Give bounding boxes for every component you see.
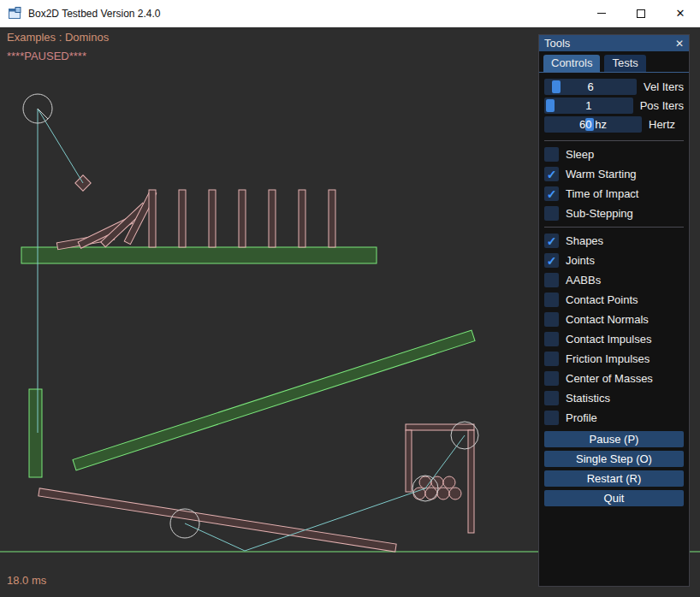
checkbox-warm-starting[interactable]: ✓ Warm Starting [544,166,684,182]
checkbox-box[interactable] [544,391,559,405]
window-titlebar: Box2D Testbed Version 2.4.0 ✕ [0,0,700,27]
maximize-button[interactable] [621,0,661,27]
tools-panel: Tools ✕ Controls Tests 6 Vel Iters [538,34,690,587]
checkbox-box[interactable] [544,293,559,307]
checkbox-box[interactable] [544,371,559,386]
checkbox-box[interactable] [544,273,559,287]
checkbox-box[interactable] [544,411,559,425]
checkbox-box[interactable] [544,332,559,346]
minimize-icon [597,13,606,14]
marble[interactable] [449,488,461,499]
app-icon [8,7,21,21]
vel-iters-label: Vel Iters [644,80,684,93]
pos-iters-label: Pos Iters [640,99,684,112]
checkbox-box[interactable]: ✓ [544,186,559,201]
panel-close-icon[interactable]: ✕ [675,38,684,50]
pos-iters-slider[interactable]: 1 [544,98,633,114]
bottom-plank[interactable] [39,488,396,552]
pos-iters-row: 1 Pos Iters [544,98,684,114]
pause-button[interactable]: Pause (P) [544,431,684,447]
window-controls: ✕ [582,0,700,27]
checkbox-box[interactable] [544,312,559,327]
checkbox-box[interactable]: ✓ [544,233,559,248]
vel-iters-row: 6 Vel Iters [544,79,684,95]
checkbox-profile[interactable]: Profile [544,410,684,426]
checkbox-box[interactable]: ✓ [544,253,559,268]
hertz-label: Hertz [649,118,675,131]
app-window: Box2D Testbed Version 2.4.0 ✕ [0,0,700,597]
checkbox-contact-points[interactable]: Contact Points [544,292,684,308]
close-icon: ✕ [676,8,685,19]
tools-panel-titlebar[interactable]: Tools ✕ [539,35,689,51]
checkbox-aabbs[interactable]: AABBs [544,272,684,288]
domino[interactable] [239,190,246,247]
tab-tests[interactable]: Tests [604,55,645,72]
maximize-icon [637,9,645,18]
hertz-slider[interactable]: 60 hz [544,116,642,133]
joint-line [38,109,83,183]
domino[interactable] [179,190,186,247]
shelf-platform [21,247,377,263]
marble[interactable] [425,488,437,499]
window-title: Box2D Testbed Version 2.4.0 [28,8,161,20]
simulation-canvas[interactable]: Examples : Dominos ****PAUSED**** 18.0 m… [0,27,700,597]
checkbox-box[interactable]: ✓ [544,167,559,181]
close-button[interactable]: ✕ [661,0,700,27]
minimize-button[interactable] [582,0,621,27]
domino[interactable] [329,190,335,247]
checkbox-box[interactable] [544,206,559,221]
checkbox-joints[interactable]: ✓ Joints [544,252,684,269]
domino[interactable] [269,190,276,247]
ramp-plank [73,330,475,470]
sample-title: Examples : Dominos [7,31,109,44]
restart-button[interactable]: Restart (R) [544,470,684,487]
quit-button[interactable]: Quit [544,490,684,506]
single-step-button[interactable]: Single Step (O) [544,451,684,467]
checkbox-shapes[interactable]: ✓ Shapes [544,233,684,249]
checkbox-contact-normals[interactable]: Contact Normals [544,311,684,328]
checkbox-statistics[interactable]: Statistics [544,390,684,406]
vel-iters-slider[interactable]: 6 [544,79,637,95]
tools-panel-title: Tools [544,37,570,50]
separator [544,140,684,141]
tab-controls[interactable]: Controls [543,55,600,72]
checkbox-box[interactable] [544,147,559,162]
checkbox-sleep[interactable]: Sleep [544,146,684,163]
checkbox-sub-stepping[interactable]: Sub-Stepping [544,205,684,222]
hertz-row: 60 hz Hertz [544,116,684,133]
tools-tabbar: Controls Tests [539,51,689,73]
checkbox-friction-impulses[interactable]: Friction Impulses [544,351,684,367]
paused-status: ****PAUSED**** [7,50,86,62]
domino[interactable] [209,190,216,247]
frame-time: 18.0 ms [7,574,46,587]
separator [544,227,684,228]
checkbox-box[interactable] [544,352,559,366]
checkbox-contact-impulses[interactable]: Contact Impulses [544,331,684,347]
marble[interactable] [443,476,455,488]
domino[interactable] [299,190,306,247]
checkbox-time-of-impact[interactable]: ✓ Time of Impact [544,186,684,202]
domino[interactable] [149,190,156,247]
checkbox-center-of-masses[interactable]: Center of Masses [544,370,684,387]
button-stack: Pause (P) Single Step (O) Restart (R) Qu… [544,431,684,506]
tools-body: 6 Vel Iters 1 Pos Iters 60 hz [539,73,689,506]
vertical-post [29,389,42,477]
marble[interactable] [437,488,449,499]
joint-line [185,523,245,551]
